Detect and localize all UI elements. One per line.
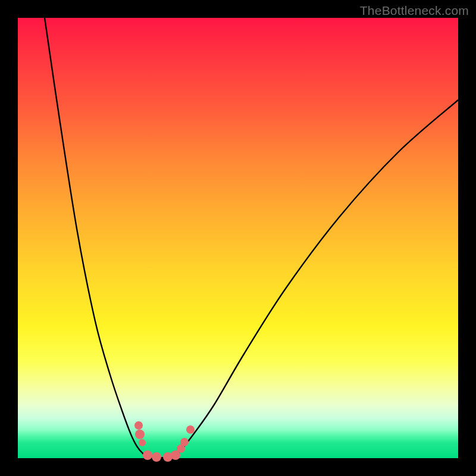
data-marker — [180, 438, 189, 446]
data-marker — [152, 452, 161, 462]
watermark-text: TheBottleneck.com — [360, 4, 469, 18]
data-marker — [186, 425, 195, 434]
bottleneck-curve-svg — [18, 18, 458, 458]
data-marker — [143, 450, 152, 460]
data-marker — [139, 439, 146, 446]
data-marker — [135, 430, 145, 439]
bottleneck-curve — [45, 18, 458, 458]
data-markers — [134, 421, 195, 462]
data-marker — [134, 421, 143, 430]
